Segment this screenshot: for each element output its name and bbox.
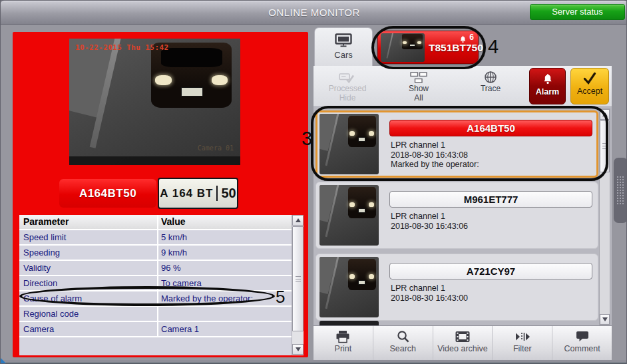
printer-icon	[335, 329, 350, 343]
trace-label: Trace	[481, 85, 501, 94]
scroll-up-button[interactable]	[600, 109, 610, 120]
show-all-button[interactable]: Show All	[391, 66, 447, 107]
trace-icon	[484, 70, 497, 85]
parameter-table: Parameter Value Speed limit 5 km/h Speed…	[19, 215, 304, 355]
tab-cars-label: Cars	[334, 50, 352, 60]
comment-icon	[576, 329, 589, 343]
arrow-down-icon	[602, 317, 608, 321]
row-parameter: Speeding	[23, 246, 60, 260]
alarm-plate-tab[interactable]: T851BT750 6	[377, 31, 479, 64]
event-item-selected[interactable]: A164BT50 LPR channel 1 2018-08-30 16:43:…	[315, 110, 598, 178]
video-bottom-band	[69, 156, 240, 165]
filter-button[interactable]: Filter	[493, 326, 552, 360]
headlight-left	[349, 131, 355, 136]
curb-shape	[387, 33, 394, 58]
column-divider	[157, 215, 158, 337]
table-row[interactable]: Regional code	[19, 307, 292, 322]
show-all-label-line1: Show	[409, 85, 429, 94]
processed-hide-button[interactable]: Processed Hide	[319, 66, 375, 107]
headlight-right	[417, 41, 421, 43]
search-icon	[397, 329, 409, 343]
scroll-down-button[interactable]	[292, 344, 304, 355]
event-item-partial	[319, 321, 379, 325]
alarm-button[interactable]: Alarm	[529, 68, 566, 104]
row-value: 96 %	[161, 261, 181, 275]
server-status-button[interactable]: Server status	[530, 4, 625, 20]
table-row[interactable]: Speeding 9 km/h	[19, 246, 292, 261]
alarm-tab-thumbnail	[381, 33, 425, 62]
video-archive-button[interactable]: Video archive	[433, 326, 493, 360]
alarm-count-badge: 6	[469, 33, 474, 42]
tab-cars[interactable]: Cars	[314, 27, 373, 66]
car-shape	[348, 259, 376, 290]
event-channel: LPR channel 1	[391, 140, 479, 150]
trace-button[interactable]: Trace	[463, 66, 519, 107]
table-scrollbar[interactable]	[292, 215, 304, 355]
car-shape	[348, 116, 376, 147]
table-row-cause-of-alarm[interactable]: Cause of alarm Marked by the operator:	[19, 291, 292, 307]
accept-button[interactable]: Accept	[570, 68, 609, 104]
processed-label-line1: Processed	[329, 85, 367, 94]
scrollbar-thumb[interactable]	[600, 120, 610, 172]
event-timestamp: 2018-08-30 16:43:00	[391, 293, 468, 303]
column-header-value: Value	[161, 215, 186, 229]
thumb-grip	[296, 276, 301, 283]
row-value: 9 km/h	[161, 246, 187, 260]
car-shape	[348, 187, 376, 218]
filter-icon	[515, 329, 530, 343]
callout-label-4: 4	[488, 37, 499, 57]
event-channel: LPR channel 1	[391, 283, 468, 293]
scroll-up-button[interactable]	[292, 215, 304, 226]
plate-crop-number: A 164 BT	[160, 187, 213, 200]
row-parameter: Regional code	[23, 307, 79, 321]
list-scrollbar[interactable]	[599, 108, 610, 325]
car-plate-shape	[358, 137, 365, 142]
show-all-label-line2: All	[414, 94, 423, 103]
processed-label-line2: Hide	[339, 94, 356, 103]
bell-icon	[459, 34, 467, 42]
recognized-plate-text: A164BT50	[59, 179, 156, 208]
alarm-button-label: Alarm	[536, 87, 559, 96]
windshield-shape	[161, 48, 222, 68]
event-plate-button[interactable]: A721CY97	[389, 263, 592, 279]
row-value: To camera	[161, 276, 202, 290]
event-plate-button[interactable]: A164BT50	[389, 120, 592, 136]
print-button[interactable]: Print	[314, 326, 373, 360]
table-header-row: Parameter Value	[19, 215, 292, 230]
event-channel: LPR channel 1	[391, 212, 468, 222]
plate-crop-image: A 164 BT 50	[158, 178, 238, 209]
headlight-left	[349, 274, 355, 279]
resize-corner	[1, 358, 7, 364]
event-item[interactable]: A721CY97 LPR channel 1 2018-08-30 16:43:…	[315, 254, 598, 321]
thumb-grip	[602, 143, 608, 150]
table-row[interactable]: Direction To camera	[19, 276, 292, 291]
panel-drag-handle[interactable]	[614, 158, 627, 223]
alarm-tab-plate: T851BT750	[429, 31, 483, 63]
headlight-right	[369, 131, 374, 136]
event-thumbnail	[319, 257, 379, 317]
car-plate-shape	[409, 44, 415, 46]
headlight-left	[349, 202, 355, 207]
event-thumbnail	[319, 185, 379, 246]
search-button[interactable]: Search	[373, 326, 433, 360]
video-timestamp: 10-22-2015 Thu 15:42	[75, 43, 168, 52]
scroll-down-button[interactable]	[600, 314, 610, 325]
processed-icon	[339, 70, 356, 85]
scrollbar-thumb[interactable]	[292, 226, 304, 331]
bottom-toolbar: Print Search Video archive Filter Commen…	[314, 325, 612, 360]
table-row[interactable]: Speed limit 5 km/h	[19, 230, 292, 246]
comment-button[interactable]: Comment	[552, 326, 612, 360]
video-archive-label: Video archive	[437, 344, 488, 353]
car-plate-shape	[358, 280, 365, 285]
camera-snapshot: 10-22-2015 Thu 15:42 Camera 01	[69, 39, 240, 165]
camera-name-overlay: Camera 01	[198, 144, 234, 152]
event-item[interactable]: M961ET777 LPR channel 1 2018-08-30 16:43…	[315, 182, 598, 249]
event-plate-button[interactable]: M961ET777	[389, 191, 592, 208]
row-value: Marked by the operator:	[161, 291, 253, 305]
filter-label: Filter	[513, 344, 532, 353]
event-thumbnail	[319, 114, 379, 174]
table-row[interactable]: Camera Camera 1	[19, 322, 292, 337]
table-row[interactable]: Validity 96 %	[19, 261, 292, 276]
arrow-up-icon	[602, 112, 608, 116]
row-parameter: Direction	[23, 276, 57, 290]
